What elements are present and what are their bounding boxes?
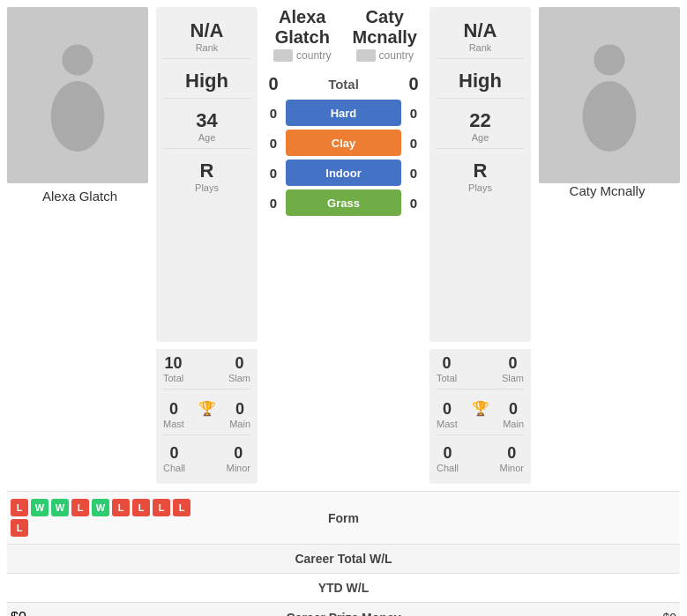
left-chall-minor-row: 0 Chall 0 Minor	[163, 441, 250, 477]
hard-button[interactable]: Hard	[286, 100, 401, 126]
right-rank-label: Rank	[469, 42, 492, 53]
left-secondary-stats: 10 Total 0 Slam 0 Mast 🏆 0	[156, 349, 258, 484]
svg-point-0	[62, 44, 93, 75]
right-minor-item: 0 Minor	[499, 444, 524, 473]
ytd-wl-row: YTD W/L	[7, 574, 680, 603]
right-chall-lbl: Chall	[437, 463, 459, 473]
right-rank-value: N/A	[464, 19, 497, 42]
hero-section: Alexa Glatch N/A Rank High 34 Age R Play…	[0, 0, 687, 349]
form-badge-l: L	[71, 499, 89, 516]
left-player-name-below: Alexa Glatch	[7, 189, 153, 204]
right-total-slam-row: 0 Total 0 Slam	[437, 349, 524, 390]
right-high-value: High	[459, 70, 502, 93]
indoor-button[interactable]: Indoor	[286, 160, 401, 186]
left-high-section: High	[163, 64, 250, 99]
left-main-item: 0 Main	[229, 400, 250, 429]
center-column: Alexa Glatch country Caty Mcnally countr…	[261, 7, 426, 219]
indoor-right-score: 0	[401, 166, 426, 181]
right-total-score: 0	[401, 74, 426, 94]
career-prize-label: Career Prize Money	[205, 611, 482, 616]
left-slam-lbl: Slam	[228, 373, 250, 383]
ytd-wl-label: YTD W/L	[205, 581, 482, 595]
right-main-item: 0 Main	[503, 400, 524, 429]
total-label: Total	[286, 77, 401, 92]
center-spacer	[261, 349, 426, 484]
left-mast-num: 0	[169, 400, 178, 419]
career-prize-row: $0 Career Prize Money $0	[7, 603, 680, 616]
left-mast-lbl: Mast	[163, 419, 184, 429]
form-badge-l: L	[132, 499, 150, 516]
indoor-left-score: 0	[261, 166, 286, 181]
left-main-num: 0	[235, 400, 244, 419]
grass-button[interactable]: Grass	[286, 189, 401, 216]
right-flag	[356, 49, 376, 62]
right-age-label: Age	[472, 132, 489, 143]
left-prize-value: $0	[11, 610, 205, 616]
grass-surface-row: 0 Grass 0	[261, 189, 426, 216]
hard-surface-row: 0 Hard 0	[261, 100, 426, 126]
hard-right-score: 0	[401, 106, 426, 121]
form-badge-l: L	[153, 499, 170, 516]
left-age-section: 34 Age	[163, 104, 250, 149]
app-wrapper: Alexa Glatch N/A Rank High 34 Age R Play…	[0, 0, 687, 616]
right-country-label: country	[379, 49, 414, 62]
left-trophy-item: 🏆	[198, 400, 216, 429]
left-total-num: 10	[165, 354, 183, 373]
form-badge-l: L	[11, 519, 28, 537]
right-slam-lbl: Slam	[502, 373, 524, 383]
secondary-stats-area: 10 Total 0 Slam 0 Mast 🏆 0	[0, 349, 687, 491]
right-stats-box: N/A Rank High 22 Age R Plays	[429, 7, 531, 342]
left-rank-section: N/A Rank	[163, 14, 250, 59]
left-flag	[273, 49, 293, 62]
left-mast-main-row: 0 Mast 🏆 0 Main	[163, 395, 250, 435]
left-trophy-icon: 🏆	[198, 400, 216, 417]
right-mast-num: 0	[443, 400, 452, 419]
right-player-name-top: Caty Mcnally	[344, 7, 427, 48]
left-avatar-column: Alexa Glatch	[7, 7, 153, 204]
left-chall-lbl: Chall	[163, 463, 185, 473]
hard-left-score: 0	[261, 106, 286, 121]
right-prize-value: $0	[482, 611, 676, 616]
right-age-value: 22	[469, 109, 490, 132]
career-wl-label: Career Total W/L	[205, 552, 482, 566]
form-badges-left: LWWLWLLLLL	[11, 499, 205, 537]
right-plays-value: R	[474, 160, 488, 182]
clay-button[interactable]: Clay	[286, 130, 401, 156]
right-high-section: High	[437, 64, 524, 99]
form-badge-w: W	[51, 499, 69, 516]
svg-point-1	[51, 81, 105, 152]
left-plays-section: R Plays	[163, 154, 250, 198]
left-minor-lbl: Minor	[226, 463, 250, 473]
right-main-num: 0	[509, 400, 518, 419]
right-chall-minor-row: 0 Chall 0 Minor	[437, 441, 524, 477]
left-plays-value: R	[200, 160, 214, 182]
left-rank-label: Rank	[196, 42, 219, 53]
right-avatar	[539, 7, 680, 183]
left-player-name-top: Alexa Glatch	[261, 7, 344, 48]
left-high-value: High	[185, 70, 228, 93]
left-rank-value: N/A	[190, 19, 224, 42]
right-mast-lbl: Mast	[437, 419, 458, 429]
left-slam-num: 0	[235, 354, 243, 373]
left-total-slam-row: 10 Total 0 Slam	[163, 349, 250, 390]
form-badge-w: W	[31, 499, 49, 516]
clay-left-score: 0	[261, 136, 286, 151]
grass-right-score: 0	[401, 196, 426, 211]
indoor-surface-row: 0 Indoor 0	[261, 160, 426, 186]
svg-point-2	[594, 44, 624, 75]
career-wl-row: Career Total W/L	[7, 545, 680, 574]
right-country-row: country	[356, 49, 414, 62]
svg-point-3	[583, 81, 637, 152]
right-minor-lbl: Minor	[499, 463, 524, 473]
right-trophy-item: 🏆	[472, 400, 489, 429]
left-mast-item: 0 Mast	[163, 400, 184, 429]
form-row: LWWLWLLLLL Form	[7, 491, 680, 545]
right-plays-label: Plays	[468, 182, 492, 193]
right-chall-item: 0 Chall	[437, 444, 459, 473]
left-minor-item: 0 Minor	[226, 444, 250, 473]
right-avatar-column: Caty Mcnally	[534, 7, 680, 198]
left-total-item: 10 Total	[163, 354, 183, 383]
left-stats-box: N/A Rank High 34 Age R Plays	[156, 7, 258, 342]
total-row: 0 Total 0	[261, 74, 426, 94]
right-rank-section: N/A Rank	[437, 14, 524, 59]
